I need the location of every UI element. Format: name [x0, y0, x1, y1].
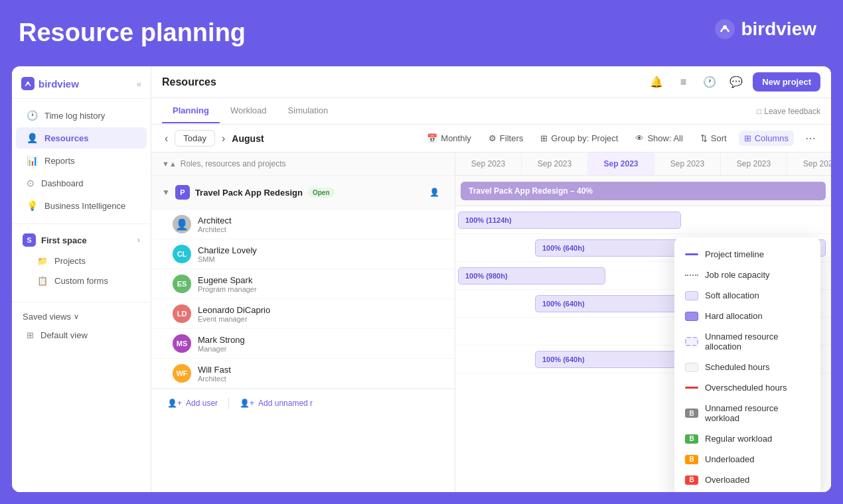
dropdown-item-overloaded[interactable]: B Overloaded [674, 470, 820, 490]
sidebar-first-space[interactable]: S First space › [12, 229, 151, 251]
dropdown-item-project-timeline[interactable]: Project timeline [674, 244, 820, 265]
resource-row-ld[interactable]: LD Leonardo DiCaprio Event manager [151, 299, 455, 329]
soft-allocation-legend-icon [685, 291, 698, 300]
dropdown-item-job-role-capacity-label: Job role capacity [705, 270, 810, 280]
resource-role-arch: Architect [198, 225, 444, 233]
dropdown-item-hard-allocation[interactable]: Hard allocation [674, 306, 820, 326]
group-by-btn[interactable]: ⊞ Group by: Project [535, 131, 623, 146]
columns-dropdown: Project timeline Job role capacity Soft … [674, 237, 820, 492]
sidebar-item-custom-forms[interactable]: 📋 Custom forms [16, 271, 147, 290]
gantt-project-bar-row: Travel Pack App Redesign – 40% [455, 176, 831, 206]
underloaded-legend-icon: B [685, 455, 698, 464]
add-user-btn[interactable]: 👤+ Add user [162, 396, 223, 410]
add-unnamed-btn[interactable]: 👤+ Add unnamed r [234, 396, 318, 410]
sidebar-item-reports-label: Reports [44, 156, 75, 166]
resource-row-arch[interactable]: 👤 Architect Architect [151, 210, 455, 239]
new-project-button[interactable]: New project [753, 72, 820, 92]
sidebar: birdview « 🕐 Time log history 👤 Resource… [12, 66, 151, 492]
columns-icon: ⊞ [744, 133, 751, 143]
default-view-label: Default view [40, 330, 88, 340]
project-bar[interactable]: Travel Pack App Redesign – 40% [461, 182, 826, 200]
dropdown-item-underloaded-label: Underloaded [705, 454, 810, 464]
sidebar-item-projects[interactable]: 📁 Projects [16, 251, 147, 271]
es-bar[interactable]: 100% (980h) [458, 267, 605, 284]
dropdown-item-underloaded[interactable]: B Underloaded [674, 449, 820, 470]
project-expand-icon: ▼ [162, 188, 170, 197]
sidebar-item-reports[interactable]: 📊 Reports [16, 150, 147, 171]
columns-label: Columns [755, 133, 789, 143]
dropdown-item-job-role-capacity[interactable]: Job role capacity [674, 265, 820, 285]
gantt-header: Sep 2023 Sep 2023 Sep 2023 Sep 2023 Sep … [455, 153, 831, 176]
content-area: ▼▲ Roles, resources and projects ▼ P Tra… [151, 153, 831, 492]
monthly-view-btn[interactable]: 📅 Monthly [422, 131, 477, 146]
saved-views-label: Saved views [23, 312, 71, 322]
filters-label: Filters [500, 133, 523, 143]
resource-name-ms: Mark Strong [198, 335, 444, 345]
dropdown-item-regular-workload[interactable]: B Regular workload [674, 428, 820, 449]
resource-row-es[interactable]: ES Eugene Spark Program manager [151, 269, 455, 299]
job-role-capacity-legend-icon [685, 275, 698, 276]
resource-list-header-label: Roles, resources and projects [181, 159, 286, 168]
more-options-btn[interactable]: ⋯ [801, 129, 820, 149]
project-icon: P [175, 185, 190, 200]
menu-btn[interactable]: ≡ [673, 72, 693, 92]
arch-bar[interactable]: 100% (1124h) [458, 212, 681, 229]
dropdown-item-scheduled-hours-label: Scheduled hours [705, 362, 810, 372]
topbar-title: Resources [162, 76, 216, 88]
resource-name-wf: Will Fast [198, 365, 444, 375]
add-resource-row: 👤+ Add user 👤+ Add unnamed r [151, 389, 455, 417]
saved-views-header[interactable]: Saved views ∨ [23, 308, 140, 326]
sort-icon: ⇅ [700, 133, 708, 143]
dropdown-item-soft-allocation[interactable]: Soft allocation [674, 285, 820, 306]
columns-btn[interactable]: ⊞ Columns [739, 131, 794, 146]
dropdown-item-project-timeline-label: Project timeline [705, 249, 810, 259]
tab-workload[interactable]: Workload [220, 99, 277, 123]
group-icon: ⊞ [540, 133, 548, 143]
project-row[interactable]: ▼ P Travel Pack App Redesign Open 👤 [151, 176, 455, 210]
saved-views-chevron: ∨ [74, 312, 79, 321]
dropdown-item-overscheduled-hours[interactable]: Overscheduled hours [674, 377, 820, 398]
sidebar-collapse-btn[interactable]: « [137, 79, 141, 89]
project-timeline-legend-icon [685, 253, 698, 255]
dropdown-item-unnamed-resource-allocation[interactable]: Unnamed resource allocation [674, 326, 820, 357]
dropdown-item-soft-allocation-label: Soft allocation [705, 290, 810, 300]
clock-btn[interactable]: 🕐 [700, 72, 720, 92]
sidebar-item-resources[interactable]: 👤 Resources [16, 127, 147, 149]
show-btn[interactable]: 👁 Show: All [630, 131, 688, 146]
filters-btn[interactable]: ⚙ Filters [483, 131, 528, 146]
sort-btn[interactable]: ⇅ Sort [695, 131, 732, 146]
resource-info-ld: Leonardo DiCaprio Event manager [198, 305, 444, 323]
resource-name-es: Eugene Spark [198, 275, 444, 285]
dropdown-item-hard-allocation-label: Hard allocation [705, 311, 810, 321]
sidebar-item-dashboard[interactable]: ⊙ Dashboard [16, 172, 147, 194]
calendar-icon: 📅 [427, 133, 437, 143]
gantt-col-1: Sep 2023 [522, 153, 588, 175]
sidebar-default-view[interactable]: ⊞ Default view [23, 326, 140, 345]
resource-info-cl: Charlize Lovely SMM [198, 245, 444, 263]
chat-btn[interactable]: 💬 [726, 72, 746, 92]
saved-views-section: Saved views ∨ ⊞ Default view [12, 302, 151, 345]
dropdown-item-unnamed-resource-workload-label: Unnamed resource workload [705, 403, 810, 423]
resource-name-ld: Leonardo DiCaprio [198, 305, 444, 315]
space-chevron-icon: › [137, 235, 140, 245]
tab-simulation[interactable]: Simulation [277, 99, 339, 123]
leave-feedback-btn[interactable]: □ Leave feedback [757, 107, 820, 116]
notification-btn[interactable]: 🔔 [647, 72, 666, 92]
resource-row-wf[interactable]: WF Will Fast Architect [151, 359, 455, 389]
today-button[interactable]: Today [175, 130, 215, 147]
sidebar-logo-text: birdview [38, 78, 79, 90]
tabs: Planning Workload Simulation [162, 99, 339, 123]
dropdown-item-scheduled-hours[interactable]: Scheduled hours [674, 357, 820, 377]
prev-btn[interactable]: ‹ [162, 130, 171, 147]
dropdown-item-unnamed-resource-workload[interactable]: B Unnamed resource workload [674, 398, 820, 428]
tab-planning[interactable]: Planning [162, 99, 220, 123]
bi-icon: 💡 [27, 200, 38, 211]
resource-row-ms[interactable]: MS Mark Strong Manager [151, 329, 455, 359]
sidebar-item-bi[interactable]: 💡 Business Intelligence [16, 195, 147, 216]
next-btn[interactable]: › [219, 130, 228, 147]
resource-row-cl[interactable]: CL Charlize Lovely SMM [151, 239, 455, 269]
project-add-user-btn[interactable]: 👤 [424, 182, 444, 202]
sidebar-item-bi-label: Business Intelligence [44, 201, 125, 211]
sidebar-item-time-log[interactable]: 🕐 Time log history [16, 105, 147, 126]
add-user-icon: 👤+ [167, 399, 182, 408]
